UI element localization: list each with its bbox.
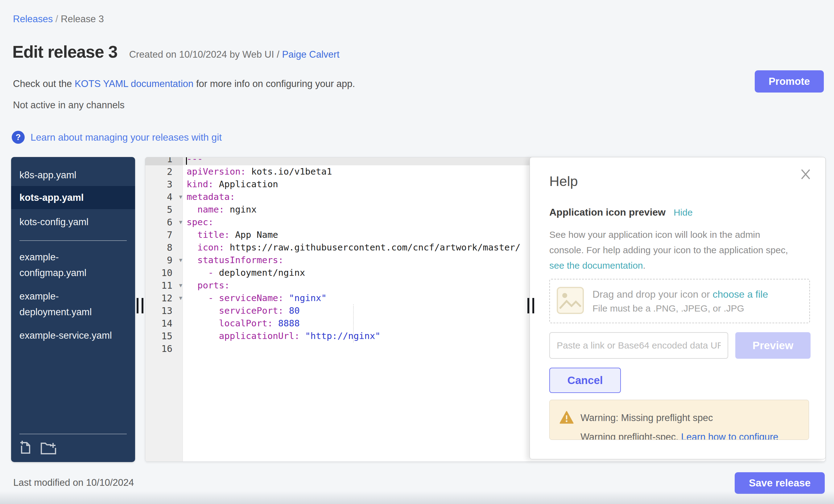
warning-title: Warning: Missing preflight spec <box>580 412 713 423</box>
fold-caret-icon[interactable]: ▾ <box>179 254 182 266</box>
question-icon: ? <box>12 131 25 144</box>
dropzone-requirements: File must be a .PNG, .JPEG, or .JPG <box>592 303 768 314</box>
line-number: 14 <box>145 317 183 330</box>
help-panel-title: Help <box>549 173 578 190</box>
line-number: 12▾ <box>145 292 183 304</box>
fold-caret-icon[interactable]: ▾ <box>179 216 182 228</box>
line-number: 5 <box>145 203 183 216</box>
warning-icon <box>559 411 574 425</box>
promote-button[interactable]: Promote <box>755 70 824 92</box>
page-title: Edit release 3 <box>12 42 117 62</box>
save-release-button[interactable]: Save release <box>735 472 825 494</box>
fold-caret-icon[interactable]: ▾ <box>179 191 182 203</box>
file-tree-divider <box>19 240 127 241</box>
line-number: 15 <box>145 330 183 342</box>
line-number: 13 <box>145 304 183 317</box>
icon-preview-section-header: Application icon preview Hide <box>549 207 693 218</box>
line-number: 6▾ <box>145 216 183 228</box>
bottom-fade <box>0 491 834 504</box>
indent-guide <box>353 304 354 342</box>
git-help-row[interactable]: ? Learn about managing your releases wit… <box>12 131 222 144</box>
kots-yaml-doc-link[interactable]: KOTS YAML documentation <box>75 78 193 89</box>
help-resize-handle[interactable] <box>527 298 534 313</box>
file-tree-group: example-configmap.yamlexample-deployment… <box>11 249 135 343</box>
new-file-icon[interactable] <box>19 440 32 457</box>
warning-detail-text: Warning preflight-spec. <box>580 432 681 440</box>
cancel-button[interactable]: Cancel <box>549 368 621 393</box>
dropzone-prompt: Drag and drop your icon or <box>592 289 713 300</box>
author-link[interactable]: Paige Calvert <box>282 49 339 60</box>
file-tree-item[interactable]: example-service.yaml <box>11 328 135 343</box>
channel-status-text: Not active in any channels <box>13 100 125 111</box>
close-icon[interactable] <box>799 168 812 180</box>
icon-preview-description: See how your application icon will look … <box>549 227 788 273</box>
description-period: . <box>643 260 645 270</box>
description-line-1: See how your application icon will look … <box>549 229 760 240</box>
fold-caret-icon[interactable]: ▾ <box>179 292 182 304</box>
doc-helper-suffix: for more info on configuring your app. <box>193 78 355 89</box>
doc-helper-prefix: Check out the <box>13 78 75 89</box>
choose-file-link[interactable]: choose a file <box>713 289 768 300</box>
fold-caret-icon[interactable]: ▾ <box>179 279 182 292</box>
release-meta-text: Created on 10/10/2024 by Web UI / <box>129 49 282 60</box>
line-number: 2 <box>145 165 183 178</box>
line-number: 16 <box>145 342 183 355</box>
title-row: Edit release 3 Created on 10/10/2024 by … <box>12 42 339 62</box>
last-modified-text: Last modified on 10/10/2024 <box>13 477 134 488</box>
sidebar-resize-handle[interactable] <box>137 298 144 313</box>
line-number: 10 <box>145 266 183 279</box>
breadcrumb-current: Release 3 <box>61 14 104 24</box>
icon-url-input[interactable] <box>549 332 728 359</box>
icon-preview-title: Application icon preview <box>549 207 665 218</box>
line-number: 8 <box>145 241 183 254</box>
file-tree-list: k8s-app.yamlkots-app.yamlkots-config.yam… <box>11 157 135 343</box>
file-tree-item[interactable]: kots-config.yaml <box>11 214 135 230</box>
help-panel: Help Application icon preview Hide See h… <box>530 157 826 459</box>
breadcrumb-separator: / <box>53 14 61 24</box>
file-tree-item[interactable]: k8s-app.yaml <box>11 167 135 183</box>
dropzone-text: Drag and drop your icon or choose a file… <box>592 289 768 314</box>
file-tree-item[interactable]: kots-app.yaml <box>11 186 135 209</box>
hide-link[interactable]: Hide <box>674 207 693 218</box>
learn-configure-link[interactable]: Learn how to configure <box>681 432 778 440</box>
warning-detail: Warning preflight-spec. Learn how to con… <box>580 432 778 440</box>
see-documentation-link[interactable]: see the documentation <box>549 260 643 270</box>
doc-helper-line: Check out the KOTS YAML documentation fo… <box>13 78 355 89</box>
breadcrumb: Releases / Release 3 <box>13 14 104 25</box>
breadcrumb-releases-link[interactable]: Releases <box>13 14 53 24</box>
file-tree-sidebar: k8s-app.yamlkots-app.yamlkots-config.yam… <box>11 157 135 462</box>
line-number: 1 <box>145 157 183 165</box>
preview-button[interactable]: Preview <box>735 332 811 359</box>
release-meta: Created on 10/10/2024 by Web UI / Paige … <box>129 49 339 60</box>
line-number: 4▾ <box>145 191 183 203</box>
editor-cursor <box>186 157 187 165</box>
line-number: 7 <box>145 228 183 241</box>
file-tree-item[interactable]: example-configmap.yaml <box>11 249 135 281</box>
line-number: 3 <box>145 178 183 191</box>
preflight-warning-box: Warning: Missing preflight spec Warning … <box>549 400 809 440</box>
new-folder-icon[interactable] <box>40 440 57 457</box>
git-releases-link[interactable]: Learn about managing your releases with … <box>30 132 222 143</box>
icon-dropzone[interactable]: Drag and drop your icon or choose a file… <box>549 279 810 323</box>
file-tree-group: k8s-app.yamlkots-app.yamlkots-config.yam… <box>11 167 135 230</box>
line-number: 11▾ <box>145 279 183 292</box>
image-placeholder-icon <box>556 286 585 316</box>
sidebar-footer <box>19 434 127 457</box>
description-line-2: console. For help adding your icon to th… <box>549 245 788 255</box>
line-number: 9▾ <box>145 254 183 266</box>
file-tree-item[interactable]: example-deployment.yaml <box>11 288 135 320</box>
